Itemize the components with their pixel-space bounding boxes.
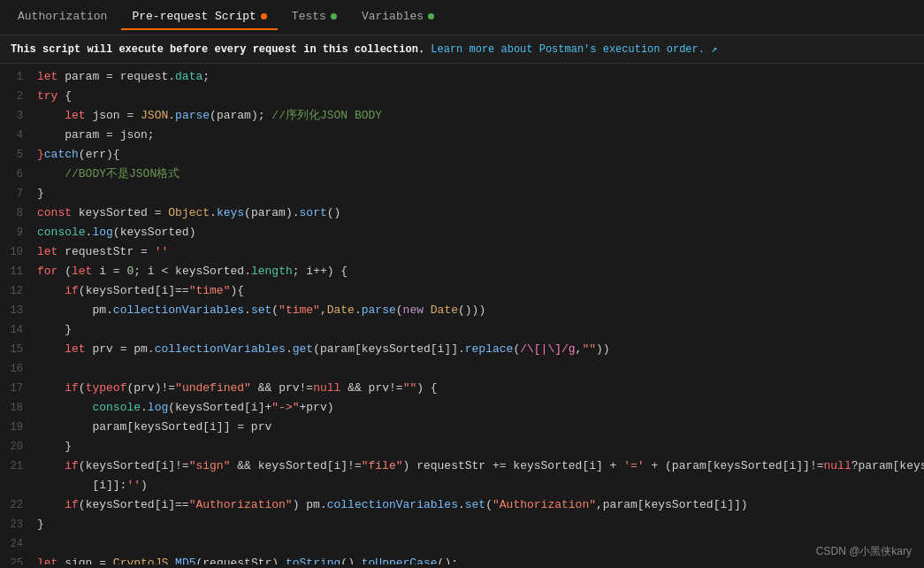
code-line-19: 19 param[keysSorted[i]] = prv xyxy=(0,418,924,437)
line-num-2: 2 xyxy=(0,88,37,105)
line-8-content: const keysSorted = Object.keys(param).so… xyxy=(37,204,924,222)
code-line-2: 2 try { xyxy=(0,87,924,106)
code-line-9: 9 console.log(keysSorted) xyxy=(0,223,924,242)
line-20-content: } xyxy=(37,438,924,456)
code-line-16: 16 xyxy=(0,359,924,379)
watermark: CSDN @小黑侠kary xyxy=(816,544,912,559)
code-line-11: 11 for (let i = 0; i < keysSorted.length… xyxy=(0,262,924,281)
line-num-11: 11 xyxy=(0,263,37,280)
tab-authorization-label: Authorization xyxy=(18,10,107,23)
line-3-content: let json = JSON.parse(param); //序列化JSON … xyxy=(37,107,924,125)
line-23-content: } xyxy=(37,516,924,533)
code-line-14: 14 } xyxy=(0,320,924,340)
line-num-12: 12 xyxy=(0,282,37,300)
code-line-25: 25 let sign = CryptoJS.MD5(requestStr).t… xyxy=(0,554,924,564)
line-4-content: param = json; xyxy=(37,127,924,144)
line-9-content: console.log(keysSorted) xyxy=(37,224,924,242)
tab-variables-label: Variables xyxy=(362,10,424,23)
info-bar: This script will execute before every re… xyxy=(0,35,924,64)
code-line-24: 24 xyxy=(0,534,924,554)
line-21b-content: [i]]:'') xyxy=(37,477,924,495)
code-line-23: 23 } xyxy=(0,515,924,534)
line-num-21: 21 xyxy=(0,457,37,475)
code-line-10: 10 let requestStr = '' xyxy=(0,242,924,262)
code-line-3: 3 let json = JSON.parse(param); //序列化JSO… xyxy=(0,106,924,126)
tab-variables[interactable]: Variables xyxy=(351,4,445,30)
pre-request-dot xyxy=(261,13,267,19)
line-15-content: let prv = pm.collectionVariables.get(par… xyxy=(37,341,924,358)
line-num-22: 22 xyxy=(0,496,37,514)
code-line-22: 22 if(keysSorted[i]=="Authorization") pm… xyxy=(0,495,924,515)
line-num-8: 8 xyxy=(0,204,37,222)
line-num-18: 18 xyxy=(0,399,37,417)
line-7-content: } xyxy=(37,185,924,203)
line-num-9: 9 xyxy=(0,224,37,242)
code-line-5: 5 }catch(err){ xyxy=(0,145,924,165)
code-line-20: 20 } xyxy=(0,437,924,457)
line-num-3: 3 xyxy=(0,107,37,125)
line-num-7: 7 xyxy=(0,185,37,203)
code-line-1: 1 let param = request.data; xyxy=(0,67,924,87)
line-num-20: 20 xyxy=(0,438,37,456)
line-num-13: 13 xyxy=(0,302,37,319)
code-line-18: 18 console.log(keysSorted[i]+"->"+prv) xyxy=(0,398,924,418)
line-12-content: if(keysSorted[i]=="time"){ xyxy=(37,282,924,300)
line-num-6: 6 xyxy=(0,165,37,183)
tab-pre-request-script[interactable]: Pre-request Script xyxy=(121,4,277,30)
code-editor[interactable]: 1 let param = request.data; 2 try { 3 le… xyxy=(0,64,924,564)
code-line-8: 8 const keysSorted = Object.keys(param).… xyxy=(0,203,924,223)
tab-tests[interactable]: Tests xyxy=(281,4,347,30)
line-num-23: 23 xyxy=(0,516,37,533)
line-2-content: try { xyxy=(37,88,924,105)
line-num-4: 4 xyxy=(0,127,37,144)
tab-authorization[interactable]: Authorization xyxy=(7,4,118,30)
line-num-16: 16 xyxy=(0,360,37,378)
code-line-6: 6 //BODY不是JSON格式 xyxy=(0,165,924,184)
line-17-content: if(typeof(prv)!="undefined" && prv!=null… xyxy=(37,380,924,397)
line-19-content: param[keysSorted[i]] = prv xyxy=(37,418,924,436)
line-num-19: 19 xyxy=(0,418,37,436)
code-line-7: 7 } xyxy=(0,184,924,203)
line-14-content: } xyxy=(37,321,924,339)
line-num-24: 24 xyxy=(0,535,37,553)
tab-bar: Authorization Pre-request Script Tests V… xyxy=(0,0,924,35)
tab-pre-request-script-label: Pre-request Script xyxy=(132,10,256,23)
line-10-content: let requestStr = '' xyxy=(37,243,924,261)
line-11-content: for (let i = 0; i < keysSorted.length; i… xyxy=(37,263,924,280)
info-bar-bold: This script will execute before every re… xyxy=(11,43,424,56)
line-num-15: 15 xyxy=(0,341,37,358)
tab-tests-label: Tests xyxy=(292,10,326,23)
line-5-content: }catch(err){ xyxy=(37,146,924,164)
code-line-4: 4 param = json; xyxy=(0,126,924,145)
code-line-13: 13 pm.collectionVariables.set("time",Dat… xyxy=(0,301,924,320)
line-25-content: let sign = CryptoJS.MD5(requestStr).toSt… xyxy=(37,555,924,564)
line-21-content: if(keysSorted[i]!="sign" && keysSorted[i… xyxy=(37,457,924,475)
line-18-content: console.log(keysSorted[i]+"->"+prv) xyxy=(37,399,924,417)
line-22-content: if(keysSorted[i]=="Authorization") pm.co… xyxy=(37,496,924,514)
line-6-content: //BODY不是JSON格式 xyxy=(37,165,924,183)
line-num-10: 10 xyxy=(0,243,37,261)
line-13-content: pm.collectionVariables.set("time",Date.p… xyxy=(37,302,924,319)
info-bar-link[interactable]: Learn more about Postman's execution ord… xyxy=(431,43,717,56)
line-1-content: let param = request.data; xyxy=(37,68,924,86)
code-line-21b: [i]]:'') xyxy=(0,476,924,495)
tests-dot xyxy=(331,13,337,19)
code-line-21: 21 if(keysSorted[i]!="sign" && keysSorte… xyxy=(0,457,924,476)
code-line-17: 17 if(typeof(prv)!="undefined" && prv!=n… xyxy=(0,379,924,398)
code-line-15: 15 let prv = pm.collectionVariables.get(… xyxy=(0,340,924,359)
line-num-1: 1 xyxy=(0,68,37,86)
code-line-12: 12 if(keysSorted[i]=="time"){ xyxy=(0,281,924,301)
line-num-25: 25 xyxy=(0,555,37,564)
variables-dot xyxy=(428,13,434,19)
line-num-17: 17 xyxy=(0,380,37,397)
line-num-5: 5 xyxy=(0,146,37,164)
line-num-14: 14 xyxy=(0,321,37,339)
